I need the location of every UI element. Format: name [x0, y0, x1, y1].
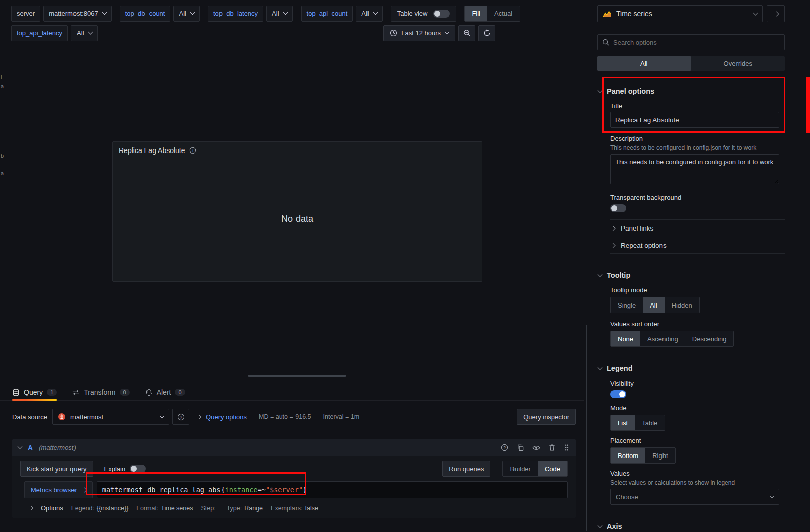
collapse-chevron-icon[interactable] — [18, 444, 23, 449]
drag-handle-icon[interactable] — [564, 444, 570, 451]
legend-header[interactable]: Legend — [597, 361, 785, 375]
run-queries-button[interactable]: Run queries — [442, 461, 490, 477]
chevron-down-icon — [598, 272, 603, 277]
trash-icon[interactable] — [548, 444, 556, 451]
table-view-toggle[interactable] — [433, 10, 450, 18]
variable-top-db-count-dropdown[interactable]: All — [173, 6, 199, 22]
chevron-right-icon — [29, 506, 34, 511]
variable-top-api-count-dropdown[interactable]: All — [356, 6, 382, 22]
visualization-picker[interactable]: Time series — [597, 5, 763, 22]
datasource-picker[interactable]: mattermost — [52, 409, 169, 425]
query-ref-id: A — [28, 444, 33, 452]
legend-placement-bottom[interactable]: Bottom — [611, 448, 645, 463]
legend-option: Legend:{{instance}} — [71, 505, 128, 512]
type-option: Type:Range — [227, 505, 263, 512]
legend-mode-group: List Table — [610, 415, 665, 431]
description-help-text: This needs to be configured in config.js… — [610, 144, 785, 151]
panel-options-header[interactable]: Panel options — [597, 84, 785, 98]
tooltip-mode-all[interactable]: All — [643, 297, 664, 313]
tooltip-mode-single[interactable]: Single — [611, 297, 643, 313]
metrics-browser-button[interactable]: Metrics browser — [24, 481, 93, 498]
options-search-input[interactable] — [613, 39, 780, 46]
query-row-header[interactable]: A (mattermost) ? — [12, 439, 576, 456]
tab-transform[interactable]: Transform 0 — [72, 384, 129, 400]
query-options-toggle[interactable]: Query options MD = auto = 916.5 Interval… — [196, 413, 359, 421]
bell-icon — [145, 389, 153, 396]
chevron-down-icon — [598, 88, 603, 93]
sort-none[interactable]: None — [611, 331, 640, 346]
query-inspector-button[interactable]: Query inspector — [517, 409, 576, 425]
refresh-button[interactable] — [478, 25, 495, 41]
legend-placement-right[interactable]: Right — [645, 448, 675, 463]
chevron-right-icon — [197, 414, 202, 419]
tab-overrides[interactable]: Overrides — [691, 56, 785, 71]
datasource-help-button[interactable]: ? — [172, 409, 189, 425]
actual-button[interactable]: Actual — [487, 6, 520, 21]
panel-preview: Replica Lag Absolute i No data — [112, 141, 482, 282]
tooltip-header[interactable]: Tooltip — [597, 268, 785, 282]
sort-descending[interactable]: Descending — [685, 331, 734, 346]
toggle-knob — [434, 11, 440, 17]
fill-button[interactable]: Fill — [465, 6, 487, 21]
variables-row-2: top_api_latency All Last 12 hours — [11, 25, 584, 41]
visualization-name: Time series — [616, 10, 652, 18]
panel-options-sidebar: Time series All Overrides Panel options — [592, 0, 810, 532]
legend-values-select[interactable]: Choose — [610, 489, 779, 505]
repeat-options-row[interactable]: Repeat options — [610, 237, 785, 254]
collapse-pane-button[interactable] — [767, 5, 785, 22]
svg-text:i: i — [192, 148, 193, 153]
main-scrollbar[interactable] — [586, 325, 587, 531]
section-tooltip: Tooltip Tooltip mode Single All Hidden V… — [597, 262, 785, 347]
tooltip-heading: Tooltip — [607, 271, 630, 279]
builder-button[interactable]: Builder — [503, 461, 537, 476]
variable-top-api-latency-label[interactable]: top_api_latency — [11, 25, 68, 41]
grafana-panel-editor: server mattermost:8067 top_db_count All … — [0, 0, 810, 532]
panel-description-textarea[interactable]: This needs to be configured in config.js… — [610, 154, 779, 184]
tooltip-mode-group: Single All Hidden — [610, 297, 700, 313]
tab-all[interactable]: All — [597, 56, 691, 71]
query-toolbar: Kick start your query Explain Run querie… — [12, 456, 576, 477]
variable-top-api-latency-dropdown[interactable]: All — [71, 25, 97, 41]
tooltip-mode-hidden[interactable]: Hidden — [665, 297, 699, 313]
eye-icon[interactable] — [532, 444, 540, 452]
chevron-down-icon — [598, 365, 603, 370]
tab-query-count: 1 — [47, 389, 57, 396]
tab-query[interactable]: Query 1 — [12, 384, 57, 400]
variable-top-db-latency-dropdown[interactable]: All — [266, 6, 292, 22]
kick-start-query-button[interactable]: Kick start your query — [20, 461, 93, 477]
legend-mode-table[interactable]: Table — [635, 415, 665, 430]
variable-top-db-count-label[interactable]: top_db_count — [120, 6, 171, 22]
variable-top-db-latency-label[interactable]: top_db_latency — [208, 6, 263, 22]
axis-header[interactable]: Axis — [597, 519, 785, 532]
main-area: server mattermost:8067 top_db_count All … — [0, 0, 584, 532]
editor-resize-handle[interactable] — [248, 375, 346, 377]
code-button[interactable]: Code — [538, 461, 567, 476]
panel-title-input[interactable] — [610, 112, 779, 128]
metrics-browser-label: Metrics browser — [31, 486, 77, 494]
chevron-right-icon — [774, 11, 779, 16]
panel-title[interactable]: Replica Lag Absolute — [119, 146, 185, 155]
time-range-picker[interactable]: Last 12 hours — [383, 25, 455, 41]
variable-top-api-count-label[interactable]: top_api_count — [301, 6, 353, 22]
panel-links-row[interactable]: Panel links — [610, 219, 785, 237]
sort-ascending[interactable]: Ascending — [640, 331, 685, 346]
transparent-background-toggle[interactable] — [610, 204, 626, 212]
legend-heading: Legend — [607, 364, 633, 372]
chevron-down-icon — [190, 10, 195, 15]
tab-alert[interactable]: Alert 0 — [145, 384, 185, 400]
query-options-summary[interactable]: Options Legend:{{instance}} Format:Time … — [12, 498, 576, 518]
help-icon[interactable]: ? — [501, 444, 508, 451]
variable-server-dropdown[interactable]: mattermost:8067 — [43, 6, 112, 22]
duplicate-icon[interactable] — [517, 444, 524, 451]
legend-values-placeholder: Choose — [616, 493, 638, 501]
info-icon: i — [189, 147, 196, 154]
legend-placement-field: Placement Bottom Right — [610, 437, 785, 464]
legend-mode-list[interactable]: List — [611, 415, 635, 430]
datasource-row: Data source mattermost ? Query options M… — [12, 408, 576, 425]
zoom-out-button[interactable] — [458, 25, 475, 41]
legend-visibility-toggle[interactable] — [610, 390, 626, 398]
exemplars-option: Exemplars:false — [271, 505, 318, 512]
explain-toggle[interactable] — [130, 465, 146, 473]
chevron-right-icon — [611, 243, 616, 248]
query-expression-input[interactable]: mattermost_db_replica_lag_abs{instance=~… — [97, 481, 568, 498]
